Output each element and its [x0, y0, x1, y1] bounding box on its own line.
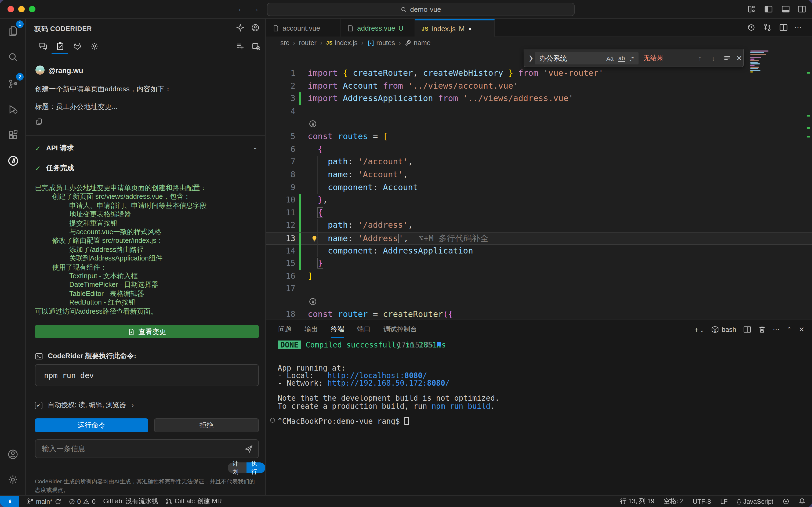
run-command-button[interactable]: 运行命令 — [35, 418, 148, 432]
run-debug-icon[interactable] — [4, 101, 21, 118]
git-branch-status[interactable]: main* — [27, 498, 61, 505]
encoding[interactable]: UTF-8 — [693, 498, 711, 505]
close-panel-icon[interactable]: ✕ — [799, 326, 805, 334]
panel-tab-输出[interactable]: 输出 — [304, 323, 318, 336]
cursor-position[interactable]: 行 13, 列 19 — [620, 497, 654, 506]
message-input[interactable] — [42, 440, 235, 458]
eol[interactable]: LF — [720, 498, 728, 505]
new-list-icon[interactable] — [236, 42, 245, 51]
coderider-inline-icon[interactable] — [309, 120, 317, 128]
reject-button[interactable]: 拒绝 — [154, 418, 259, 432]
coderider-inline-icon[interactable] — [309, 297, 317, 306]
chevron-down-icon[interactable]: ⌄ — [252, 144, 258, 151]
chat-icon[interactable] — [39, 42, 48, 51]
new-terminal-icon[interactable]: ＋⌄ — [693, 325, 704, 334]
feedback-icon[interactable] — [782, 498, 790, 505]
breadcrumb-item-router[interactable]: router — [299, 39, 316, 47]
forward-icon[interactable]: → — [251, 4, 259, 13]
auto-auth-row[interactable]: ✓ 自动授权: 读, 编辑, 浏览器 › — [35, 401, 134, 410]
code-line[interactable]: 11 { — [266, 207, 812, 219]
panel-more-icon[interactable]: ⋯ — [773, 326, 780, 334]
notifications-bell-icon[interactable] — [799, 498, 806, 505]
regex-icon[interactable]: .* — [630, 55, 634, 61]
search-view-icon[interactable] — [4, 48, 21, 65]
account-circle-icon[interactable] — [251, 23, 260, 32]
back-icon[interactable]: ← — [237, 4, 245, 13]
split-editor-icon[interactable] — [779, 23, 789, 32]
command-center-search[interactable]: demo-vue — [267, 3, 575, 16]
terminal-link[interactable]: 8080 — [404, 371, 422, 380]
gitlab-pipeline-status[interactable]: GitLab: 没有流水线 — [103, 497, 158, 506]
terminal-instance[interactable]: $ bash — [711, 326, 736, 334]
compare-changes-icon[interactable] — [763, 23, 772, 32]
maximize-panel-icon[interactable]: ⌃ — [787, 326, 792, 333]
plan-mode-button[interactable]: 计划 — [228, 462, 246, 473]
toggle-replace-icon[interactable]: ❯ — [528, 55, 533, 61]
terminal-link[interactable]: 8080 — [427, 379, 445, 387]
panel-tab-端口[interactable]: 端口 — [357, 323, 370, 336]
extensions-icon[interactable] — [4, 126, 21, 144]
indentation[interactable]: 空格: 2 — [663, 497, 684, 506]
find-input[interactable] — [535, 54, 599, 62]
terminal-link[interactable]: npm run build — [431, 401, 490, 410]
explorer-icon[interactable]: 1 — [4, 22, 21, 40]
code-line[interactable]: 16] — [266, 270, 812, 283]
code-line[interactable]: 8 name: 'Account', — [266, 169, 812, 181]
history-calendar-icon[interactable] — [252, 42, 261, 51]
code-line[interactable]: 5const routes = [ — [266, 130, 812, 143]
toggle-sidebar-icon[interactable] — [764, 5, 773, 14]
terminal-link[interactable]: http://localhost: — [327, 371, 404, 380]
split-terminal-icon[interactable] — [743, 326, 751, 334]
code-line[interactable]: 6 { — [266, 144, 812, 156]
execute-mode-button[interactable]: 执行 — [246, 462, 265, 473]
terminal-link[interactable]: http://192.168.50.172: — [327, 379, 427, 387]
account-icon[interactable] — [4, 446, 21, 463]
remote-indicator[interactable] — [0, 496, 19, 507]
breadcrumb-item-src[interactable]: src — [280, 39, 289, 47]
code-line[interactable]: 17 — [266, 283, 812, 295]
breadcrumb-item-index.js[interactable]: JSindex.js — [326, 39, 358, 47]
sparkle-icon[interactable] — [236, 23, 245, 32]
code-line[interactable]: 14 component: AddressApplication — [266, 245, 812, 257]
whole-word-icon[interactable]: ab — [619, 55, 625, 62]
code-line[interactable]: 9 component: Account — [266, 181, 812, 194]
tasks-icon[interactable] — [56, 42, 65, 51]
code-line[interactable]: 13 name: 'Address', ⌥+M 多行代码补全 — [266, 232, 812, 245]
inline-ai-widget[interactable] — [266, 295, 812, 308]
customize-layout-icon[interactable] — [747, 5, 756, 14]
gitlab-icon[interactable] — [73, 42, 82, 51]
sidebar-settings-icon[interactable] — [90, 42, 99, 51]
code-line[interactable]: 1import { createRouter, createWebHistory… — [266, 67, 812, 80]
close-window-button[interactable] — [7, 6, 14, 12]
panel-tab-问题[interactable]: 问题 — [278, 323, 292, 336]
code-line[interactable]: 10 }, — [266, 194, 812, 207]
copy-icon[interactable] — [36, 118, 43, 126]
toggle-secondary-sidebar-icon[interactable] — [798, 5, 807, 14]
tab-index.js[interactable]: JSindex.jsM● — [415, 19, 495, 37]
code-line[interactable]: 15 } — [266, 257, 812, 270]
breadcrumb[interactable]: src›router›JSindex.js›routes›name — [266, 37, 812, 49]
panel-tab-终端[interactable]: 终端 — [331, 323, 344, 336]
panel-tab-调试控制台[interactable]: 调试控制台 — [384, 323, 417, 336]
breadcrumb-item-routes[interactable]: routes — [367, 39, 395, 47]
proposed-command[interactable]: npm run dev — [35, 364, 259, 386]
gitlab-create-mr[interactable]: GitLab: 创建 MR — [165, 497, 222, 506]
find-in-selection-icon[interactable] — [723, 54, 731, 62]
terminal-output[interactable]: DONE Compiled successfully in 2051ms17:1… — [266, 341, 812, 496]
inline-ai-widget[interactable] — [266, 118, 812, 130]
terminal-link[interactable]: / — [445, 379, 450, 387]
tab-account.vue[interactable]: account.vue — [266, 19, 341, 37]
code-line[interactable]: 7 path: '/account', — [266, 156, 812, 169]
code-line[interactable]: 2import Account from '../views/account.v… — [266, 80, 812, 93]
source-control-icon[interactable]: 2 — [4, 75, 21, 92]
timeline-history-icon[interactable] — [747, 23, 756, 32]
view-changes-button[interactable]: 查看变更 — [35, 325, 259, 338]
code-line[interactable]: 3import AddressApplication from '../view… — [266, 93, 812, 105]
minimize-window-button[interactable] — [18, 6, 25, 12]
maximize-window-button[interactable] — [29, 6, 36, 12]
code-line[interactable]: 4 — [266, 105, 812, 118]
match-case-icon[interactable]: Aa — [606, 55, 614, 61]
code-line[interactable]: 12 path: '/address', — [266, 219, 812, 232]
prev-match-icon[interactable]: ↑ — [698, 54, 702, 62]
chevron-right-icon[interactable]: › — [131, 401, 134, 409]
